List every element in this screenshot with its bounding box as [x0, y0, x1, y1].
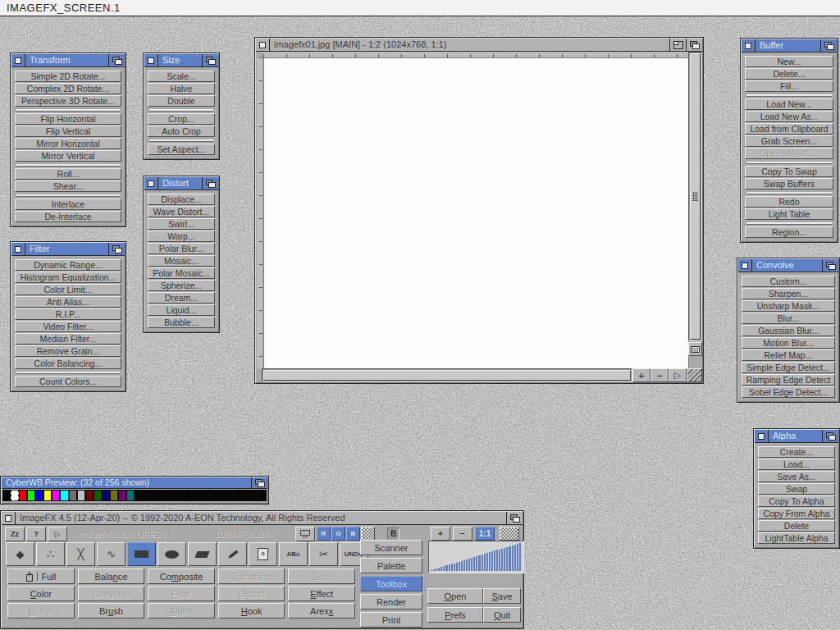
horizontal-scroll-thumb[interactable]	[263, 370, 631, 381]
close-icon[interactable]	[742, 39, 756, 52]
new-button[interactable]: New...	[745, 56, 833, 67]
scale-button[interactable]: Scale...	[148, 71, 215, 82]
dynamic-range-button[interactable]: Dynamic Range...	[15, 259, 121, 271]
save-button[interactable]: Save	[483, 588, 521, 604]
create-button[interactable]: Create...	[758, 446, 835, 458]
relief-map-button[interactable]: Relief Map...	[742, 349, 835, 361]
redo-button[interactable]: Redo	[745, 196, 833, 208]
copy-to-alpha-button[interactable]: Copy To Alpha	[758, 495, 835, 507]
palette-swatch-3[interactable]	[27, 490, 35, 501]
blur-button[interactable]: Blur...	[742, 313, 835, 324]
histogram-equalization-button[interactable]: Histogram Equalization...	[15, 272, 121, 283]
complex-2d-rotate-button[interactable]: Complex 2D Rotate...	[15, 83, 121, 94]
palette-swatch-12[interactable]	[102, 490, 110, 501]
roll-button[interactable]: Roll...	[15, 168, 121, 180]
palette-swatch-13[interactable]	[110, 490, 118, 501]
set-aspect-button[interactable]: Set Aspect...	[148, 144, 215, 155]
close-icon[interactable]	[11, 54, 25, 66]
flip-horizontal-button[interactable]: Flip Horizontal	[15, 113, 121, 125]
grab-screen-button[interactable]: Grab Screen...	[745, 135, 833, 147]
r-i-p-button[interactable]: R.I.P...	[15, 308, 121, 320]
resize-gadget-icon[interactable]	[687, 368, 702, 382]
vertical-scroll-thumb[interactable]	[690, 53, 701, 340]
vertical-scrollbar[interactable]	[688, 52, 702, 341]
palette-mode-button[interactable]: Palette	[360, 558, 422, 573]
pointer-tool[interactable]: ◆	[6, 542, 34, 566]
palette-window-titlebar[interactable]: CyberWB Preview: (32 of 256 shown)	[2, 477, 267, 489]
polygon-tool[interactable]	[188, 542, 217, 566]
palette-swatch-0[interactable]	[2, 490, 11, 501]
close-icon[interactable]	[144, 177, 158, 189]
swap-button[interactable]: Swap	[758, 483, 835, 495]
oval-tool[interactable]	[158, 542, 186, 566]
palette-swatch-24[interactable]	[201, 490, 209, 501]
composite-button[interactable]: Composite	[148, 568, 215, 584]
close-icon[interactable]	[256, 39, 270, 51]
pattern-box-icon[interactable]	[500, 527, 519, 541]
pan-icon[interactable]: ▷	[669, 368, 687, 382]
sobel-edge-detect-button[interactable]: Sobel Edge Detect...	[742, 386, 835, 398]
text-tool[interactable]: ABc	[279, 542, 308, 566]
shear-button[interactable]: Shear...	[15, 180, 121, 192]
mirror-horizontal-button[interactable]: Mirror Horizontal	[15, 138, 121, 149]
palette-swatch-6[interactable]	[52, 490, 60, 501]
bubble-button[interactable]: Bubble...	[148, 317, 215, 328]
depth-gadget-icon[interactable]	[202, 177, 218, 189]
panel-alpha-titlebar[interactable]: Alpha	[755, 430, 838, 443]
palette-swatch-17[interactable]	[143, 490, 151, 501]
zoom-in-button[interactable]: +	[431, 527, 450, 541]
palette-swatch-30[interactable]	[250, 490, 258, 501]
halve-button[interactable]: Halve	[148, 83, 215, 94]
palette-swatch-4[interactable]	[35, 490, 43, 501]
brush-button[interactable]: Brush	[78, 603, 145, 619]
help-button[interactable]: ?	[26, 527, 46, 541]
auto-crop-button[interactable]: Auto Crop	[148, 126, 215, 137]
zoom-out-button[interactable]: −	[453, 527, 472, 541]
count-colors-button[interactable]: Count Colors...	[15, 376, 121, 387]
swap-buffers-button[interactable]: Swap Buffers	[745, 178, 833, 189]
swirl-button[interactable]: Swirl...	[148, 218, 215, 230]
panel-filter-titlebar[interactable]: Filter	[11, 243, 125, 256]
palette-swatch-20[interactable]	[167, 490, 176, 501]
color-balancing-button[interactable]: Color Balancing...	[15, 358, 121, 369]
de-interlace-button[interactable]: De-Interlace	[15, 211, 121, 222]
prefs-button[interactable]: Prefs	[427, 607, 483, 623]
palette-swatch-10[interactable]	[85, 490, 94, 501]
image-canvas[interactable]	[263, 57, 689, 369]
simple-edge-detect-button[interactable]: Simple Edge Detect...	[742, 362, 835, 373]
close-icon[interactable]	[2, 512, 16, 524]
effect-button[interactable]: Effect	[288, 586, 355, 601]
palette-swatch-21[interactable]	[176, 490, 184, 501]
color-limit-button[interactable]: Color Limit...	[15, 284, 121, 295]
palette-swatch-19[interactable]	[159, 490, 167, 501]
depth-gadget-icon[interactable]	[251, 477, 267, 488]
region-button[interactable]: Region...	[745, 226, 833, 238]
zoom-out-button[interactable]: −	[651, 368, 669, 382]
copy-to-swap-button[interactable]: Copy To Swap	[745, 166, 833, 177]
mirror-vertical-button[interactable]: Mirror Vertical	[15, 150, 121, 162]
wave-distort-button[interactable]: Wave Distort...	[148, 206, 215, 217]
balance-button[interactable]: Balance	[78, 568, 145, 584]
panel-convolve-titlebar[interactable]: Convolve	[738, 259, 838, 272]
sharpen-button[interactable]: Sharpen...	[742, 288, 835, 299]
palette-swatch-11[interactable]	[94, 490, 102, 501]
depth-gadget-icon[interactable]	[108, 54, 125, 66]
polar-blur-button[interactable]: Polar Blur...	[148, 243, 215, 254]
flip-vertical-button[interactable]: Flip Vertical	[15, 126, 121, 137]
image-window-titlebar[interactable]: imagefx01.jpg [MAIN] - 1:2 (1024x768, 1:…	[256, 39, 702, 52]
load-new-as-button[interactable]: Load New As...	[745, 111, 833, 122]
horizontal-scrollbar[interactable]	[262, 368, 632, 382]
play-icon[interactable]: ▷	[48, 527, 67, 541]
spherize-button[interactable]: Spherize...	[148, 280, 215, 291]
print-mode-button[interactable]: Print	[360, 612, 422, 628]
panel-size-titlebar[interactable]: Size	[144, 54, 218, 67]
motion-blur-button[interactable]: Motion Blur...	[742, 337, 835, 349]
freehand-tool[interactable]	[218, 542, 247, 566]
warp-button[interactable]: Warp...	[148, 231, 215, 242]
palette-swatch-15[interactable]	[126, 490, 135, 501]
curve-tool[interactable]: ∿	[97, 542, 126, 566]
light-table-button[interactable]: Light Table	[745, 208, 833, 220]
line-tool[interactable]: ╳	[66, 542, 95, 566]
gaussian-blur-button[interactable]: Gaussian Blur...	[742, 325, 835, 336]
screen-titlebar[interactable]: IMAGEFX_SCREEN.1	[0, 0, 840, 16]
